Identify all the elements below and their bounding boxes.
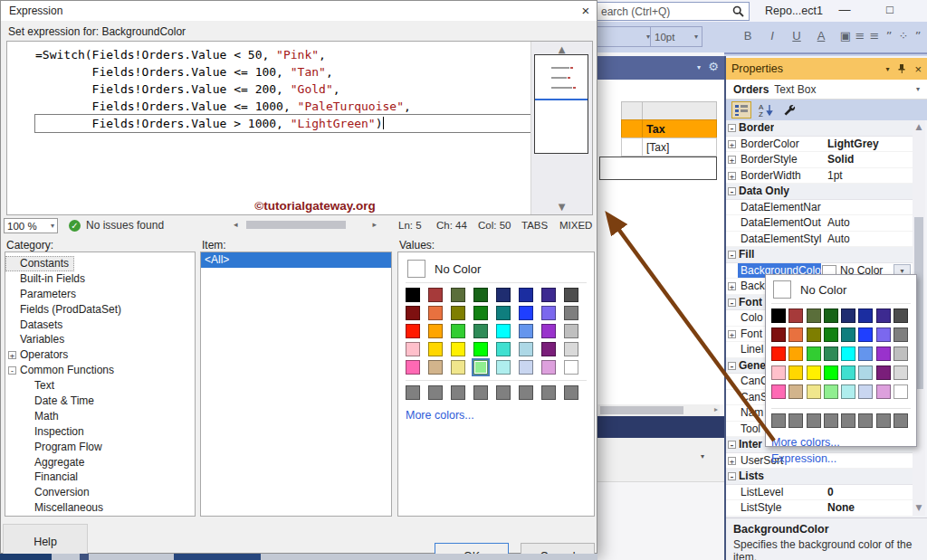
category-item-aggregate[interactable]: Aggregate [5,455,195,470]
category-item-fields-proddataset-[interactable]: Fields (ProdDataSet) [5,302,195,318]
expand-icon[interactable]: + [728,457,736,465]
color-swatch[interactable] [519,288,533,302]
property-row-listlevel[interactable]: ListLevel0 [726,485,913,501]
category-item-inspection[interactable]: Inspection [5,424,195,440]
category-item-parameters[interactable]: Parameters [5,287,195,302]
color-swatch[interactable] [473,342,488,356]
color-swatch[interactable] [858,413,873,428]
color-swatch[interactable] [807,308,821,323]
collapse-icon[interactable]: - [728,187,736,195]
minimize-button[interactable]: — [831,0,858,21]
property-row-liststyle[interactable]: ListStyleNone [726,500,913,517]
category-item-constants[interactable]: Constants [5,256,74,271]
color-swatch[interactable] [496,288,511,302]
collapse-icon[interactable]: - [728,472,736,480]
color-swatch[interactable] [428,385,443,400]
color-swatch[interactable] [858,346,873,361]
more-colors-link[interactable]: More colors... [406,409,587,422]
expand-icon[interactable]: + [728,282,736,290]
color-swatch[interactable] [841,308,855,323]
collapse-icon[interactable]: - [8,366,16,375]
category-item-datasets[interactable]: Datasets [5,318,195,333]
code-line-4[interactable]: Fields!Orders.Value <= 1000, "PaleTurquo… [35,98,530,115]
scroll-down-icon[interactable]: ▼ [531,202,592,212]
color-swatch[interactable] [519,324,533,338]
color-swatch[interactable] [541,360,556,375]
color-swatch[interactable] [788,365,803,380]
expand-icon[interactable]: + [728,330,736,338]
object-selector[interactable]: Orders Text Box ▾ [726,80,927,100]
property-row-lists[interactable]: -Lists [726,469,913,485]
color-swatch[interactable] [541,306,556,320]
category-item-operators[interactable]: +Operators [5,347,195,363]
magnifier-icon[interactable]: ⌕ [922,28,927,45]
bold-icon[interactable]: B [738,28,758,45]
code-area[interactable]: =Switch(Fields!Orders.Value < 50, "Pink"… [7,42,530,214]
scroll-down-icon[interactable]: ▼ [913,503,925,512]
category-item-financial[interactable]: Financial [5,470,195,485]
category-item-built-in-fields[interactable]: Built-in Fields [5,271,195,287]
category-item-date-time[interactable]: Date & Time [5,394,195,409]
color-swatch[interactable] [894,308,908,323]
color-swatch[interactable] [841,346,855,361]
color-swatch[interactable] [788,346,803,361]
color-swatch[interactable] [824,384,838,399]
color-swatch[interactable] [473,360,488,375]
color-swatch[interactable] [406,324,420,338]
color-swatch[interactable] [824,413,838,428]
color-swatch[interactable] [428,360,443,375]
color-swatch[interactable] [473,324,488,338]
category-item-common-functions[interactable]: -Common Functions [5,363,195,378]
chevron-down-icon[interactable]: ▾ [697,63,701,71]
color-swatch[interactable] [451,306,465,320]
font-color-icon[interactable]: A [811,28,831,45]
categorized-icon[interactable] [731,101,751,119]
color-swatch[interactable] [807,346,821,361]
category-item-variables[interactable]: Variables [5,332,195,347]
color-swatch[interactable] [451,342,465,356]
color-swatch[interactable] [496,360,511,375]
zoom-level-combobox[interactable]: 100 %▾ [4,218,58,233]
tax-value-cell[interactable]: [Tax] [642,138,717,157]
wrench-icon[interactable] [782,103,797,118]
expand-icon[interactable]: + [728,172,736,180]
color-swatch[interactable] [824,365,838,380]
color-swatch[interactable] [858,365,873,380]
collapse-icon[interactable]: - [728,441,736,449]
color-swatch[interactable] [771,413,786,428]
property-row-borderstyle[interactable]: +BorderStyleSolid [726,152,913,168]
window-position-icon[interactable]: ▾ [885,65,889,73]
color-swatch[interactable] [807,384,821,399]
color-swatch[interactable] [519,342,533,356]
color-swatch[interactable] [807,413,821,428]
color-swatch[interactable] [894,384,908,399]
color-swatch[interactable] [428,342,443,356]
color-swatch[interactable] [788,308,803,323]
font-family-combobox[interactable]: ▾ [593,26,655,47]
collapse-icon[interactable]: - [728,251,736,259]
color-swatch[interactable] [541,324,556,338]
color-swatch[interactable] [876,413,891,428]
color-swatch[interactable] [807,327,821,342]
quick-search-input[interactable]: earch (Ctrl+Q) [596,2,750,21]
code-line-5[interactable]: Fields!Orders.Value > 1000, "LightGreen"… [35,115,530,132]
color-swatch[interactable] [771,384,786,399]
property-row-borderwidth[interactable]: +BorderWidth1pt [726,168,913,185]
collapse-icon[interactable]: - [728,362,736,370]
scrollbar-thumb[interactable] [600,406,683,414]
scroll-up-icon[interactable]: ▲ [913,122,925,131]
properties-panel-header[interactable]: Properties ▾ × [726,58,927,80]
color-swatch[interactable] [876,308,891,323]
table-empty-row[interactable] [599,157,717,180]
color-swatch[interactable] [451,360,465,375]
collapse-icon[interactable]: - [728,299,736,307]
code-line-1[interactable]: =Switch(Fields!Orders.Value < 50, "Pink"… [35,46,530,63]
color-swatch[interactable] [451,385,465,400]
close-icon[interactable]: × [914,62,922,76]
color-swatch[interactable] [406,385,420,400]
color-swatch[interactable] [788,384,803,399]
expand-icon[interactable]: + [728,156,736,164]
color-swatch[interactable] [771,308,786,323]
color-swatch[interactable] [541,385,556,400]
color-swatch[interactable] [876,384,891,399]
